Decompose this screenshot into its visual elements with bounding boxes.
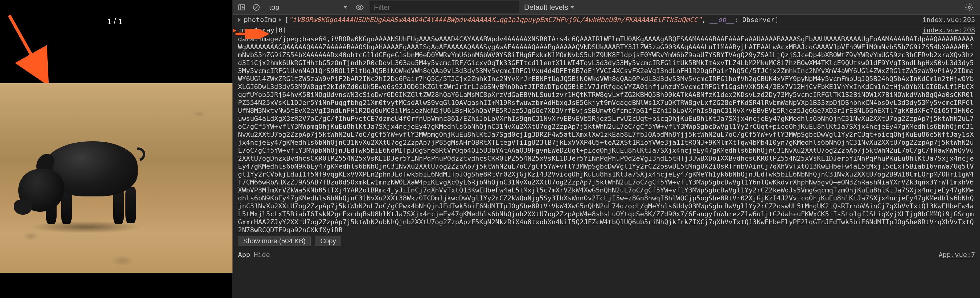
expand-value-toggle[interactable] (278, 16, 282, 24)
console-base64-output[interactable]: data:image/jpeg;base64,iVBORw0KGgoAAAANS… (233, 34, 980, 249)
console-output: photoImg ["iVBORw0KGgoAAAANSUhEUgAAASwAA… (233, 15, 980, 298)
svg-line-1 (9, 15, 45, 78)
photo-counter: 1 / 1 (107, 17, 123, 26)
source-link[interactable]: App.vue:7 (270, 251, 975, 258)
devtools-panel: top Default levels photoImg (232, 0, 980, 298)
live-expression-icon[interactable] (355, 3, 364, 12)
copy-button[interactable]: Copy (315, 236, 341, 246)
source-link[interactable]: index.vue:208 (916, 26, 975, 34)
log-value-preview: ["iVBORw0KGgoAAAANSUhEUgAAASwAAAD4CAYAAA… (285, 16, 779, 24)
svg-marker-6 (242, 6, 243, 8)
settings-icon[interactable] (965, 3, 974, 12)
annotation-arrow-2 (234, 29, 271, 39)
base64-content: iVBORw0KGgoAAAANSUhEUgAAASwAAAD4CAYAAABW… (238, 35, 974, 234)
app-label: App (238, 251, 250, 258)
expand-toggle[interactable] (238, 16, 241, 24)
execution-context-selector[interactable]: top (266, 2, 350, 13)
console-toolbar: top Default levels (233, 0, 980, 15)
svg-point-10 (968, 6, 970, 8)
chevron-down-icon (570, 6, 574, 9)
console-message[interactable]: imgsArray[0] index.vue:208 (233, 25, 980, 34)
clear-console-icon[interactable] (251, 2, 261, 12)
execution-context-label: top (269, 3, 279, 12)
svg-point-9 (359, 6, 361, 8)
log-level-selector[interactable]: Default levels (524, 3, 574, 12)
chevron-down-icon (344, 6, 347, 9)
photo-subject-pig (12, 114, 159, 236)
svg-line-8 (255, 5, 258, 9)
mobile-preview-panel: 1 / 1 (0, 0, 232, 298)
toggle-sidebar-icon[interactable] (237, 2, 247, 12)
show-more-button[interactable]: Show more (504 KB) (238, 236, 311, 246)
photo-viewer[interactable] (0, 83, 232, 273)
filter-input[interactable] (369, 1, 519, 14)
console-message[interactable]: photoImg ["iVBORw0KGgoAAAANSUhEUgAAASwAA… (233, 15, 980, 25)
annotation-arrow-1 (0, 9, 61, 86)
hide-link[interactable]: Hide (254, 251, 270, 258)
log-level-label: Default levels (524, 3, 568, 12)
log-variable-name: photoImg (244, 16, 276, 24)
console-app-message: App Hide App.vue:7 (233, 249, 980, 260)
source-link[interactable]: index.vue:205 (916, 16, 975, 24)
